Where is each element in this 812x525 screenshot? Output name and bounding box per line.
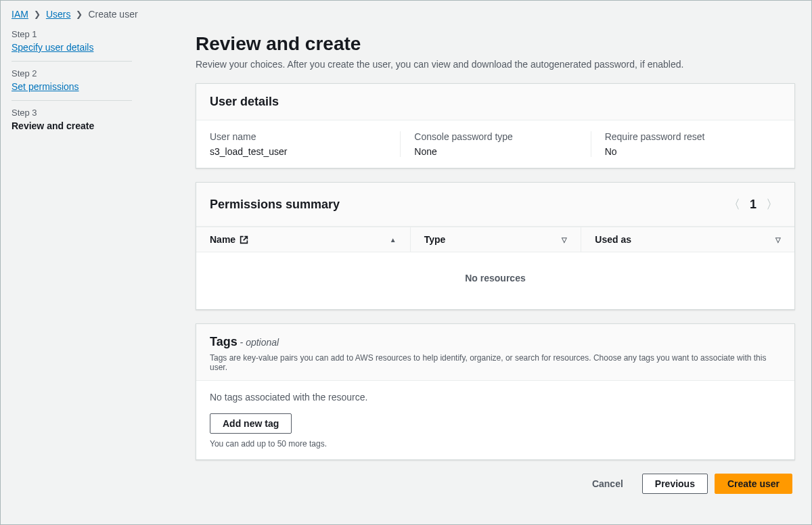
wizard-footer-actions: Cancel Previous Create user: [196, 474, 795, 497]
sort-asc-icon: ▲: [390, 236, 397, 244]
create-user-button[interactable]: Create user: [715, 474, 792, 494]
column-type-label: Type: [424, 234, 446, 245]
user-details-heading: User details: [196, 84, 794, 120]
chevron-right-icon: ❯: [76, 9, 83, 19]
column-name[interactable]: Name ▲: [196, 227, 410, 252]
main-content: Review and create Review your choices. A…: [177, 26, 811, 524]
divider: [12, 100, 132, 101]
username-label: User name: [210, 131, 386, 142]
step-eyebrow: Step 2: [12, 68, 166, 78]
step-link-specify-details[interactable]: Specify user details: [12, 42, 93, 53]
page-next-icon[interactable]: 〉: [763, 193, 781, 215]
divider: [12, 61, 132, 62]
add-new-tag-button[interactable]: Add new tag: [210, 413, 292, 434]
column-used-as-label: Used as: [595, 234, 631, 245]
previous-button[interactable]: Previous: [642, 474, 708, 494]
wizard-step-1[interactable]: Step 1 Specify user details: [12, 29, 166, 60]
pagination: 〈 1 〉: [725, 193, 781, 215]
step-link-set-permissions[interactable]: Set permissions: [12, 81, 79, 92]
password-reset-value: No: [605, 146, 767, 157]
tags-heading: Tags: [210, 335, 238, 348]
tags-limit-hint: You can add up to 50 more tags.: [210, 439, 781, 449]
password-type-value: None: [414, 146, 577, 157]
permissions-empty-state: No resources: [196, 252, 794, 309]
dropdown-icon: ▽: [775, 236, 781, 244]
breadcrumb: IAM ❯ Users ❯ Create user: [1, 1, 811, 26]
column-name-label: Name: [210, 234, 235, 245]
permissions-heading: Permissions summary: [210, 198, 340, 212]
external-link-icon: [240, 234, 248, 245]
cancel-button[interactable]: Cancel: [580, 474, 635, 494]
breadcrumb-current: Create user: [88, 9, 137, 20]
page-number: 1: [750, 198, 757, 212]
breadcrumb-users[interactable]: Users: [46, 9, 71, 20]
permissions-table-header: Name ▲ Type ▽ Used as ▽: [196, 227, 794, 252]
page-container: IAM ❯ Users ❯ Create user Step 1 Specify…: [0, 0, 812, 525]
username-value: s3_load_test_user: [210, 146, 386, 157]
column-type[interactable]: Type ▽: [410, 227, 581, 252]
page-title: Review and create: [196, 33, 795, 55]
tags-empty-text: No tags associated with the resource.: [210, 392, 781, 403]
page-prev-icon[interactable]: 〈: [725, 193, 743, 215]
user-details-panel: User details User name s3_load_test_user…: [196, 83, 795, 168]
tags-description: Tags are key-value pairs you can add to …: [210, 353, 781, 372]
tags-panel: Tags - optional Tags are key-value pairs…: [196, 323, 795, 460]
chevron-right-icon: ❯: [34, 9, 41, 19]
permissions-summary-panel: Permissions summary 〈 1 〉 Name ▲: [196, 182, 795, 310]
password-reset-label: Require password reset: [605, 131, 767, 142]
tags-optional-label: - optional: [238, 337, 279, 348]
column-used-as[interactable]: Used as ▽: [581, 227, 794, 252]
password-type-label: Console password type: [414, 131, 577, 142]
dropdown-icon: ▽: [562, 236, 567, 244]
step-current-label: Review and create: [12, 120, 166, 131]
wizard-step-2[interactable]: Step 2 Set permissions: [12, 63, 166, 99]
breadcrumb-iam[interactable]: IAM: [12, 9, 28, 20]
step-eyebrow: Step 1: [12, 29, 166, 39]
wizard-step-3: Step 3 Review and create: [12, 102, 166, 138]
wizard-steps-sidebar: Step 1 Specify user details Step 2 Set p…: [1, 26, 177, 524]
step-eyebrow: Step 3: [12, 108, 166, 118]
page-subtitle: Review your choices. After you create th…: [196, 59, 795, 70]
